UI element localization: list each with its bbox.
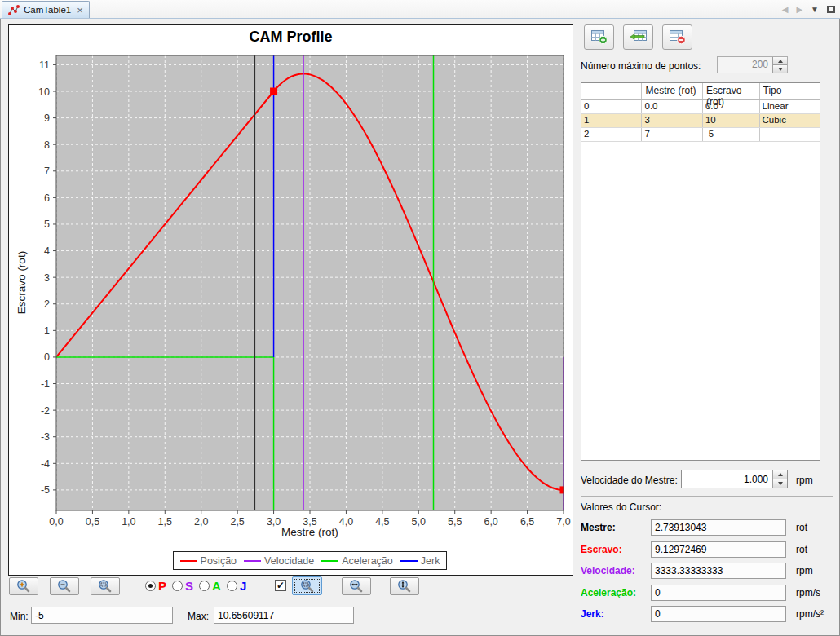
points-table[interactable]: Mestre (rot)Escravo (rot)Tipo 00.00.0Lin… xyxy=(581,82,820,461)
cam-profile-icon xyxy=(8,5,20,15)
max-field[interactable]: 10.65609117 xyxy=(214,607,354,624)
tab-bar: CamTable1 × ◀ ▶ ▼ xyxy=(0,0,840,19)
radio-label: S xyxy=(185,579,193,593)
maximize-window-icon[interactable] xyxy=(827,6,835,13)
tab-camtable1[interactable]: CamTable1 × xyxy=(2,1,90,18)
master-speed-unit: rpm xyxy=(796,475,813,486)
cursor-values-heading: Valores do Cursor: xyxy=(581,501,661,513)
column-header[interactable] xyxy=(581,83,642,99)
table-cell[interactable]: 0.0 xyxy=(642,100,702,113)
radio-button-icon[interactable] xyxy=(145,581,156,591)
curve-radio-p[interactable]: P xyxy=(145,579,166,593)
svg-text:1: 1 xyxy=(44,325,50,337)
table-cell[interactable]: -5 xyxy=(703,128,760,141)
table-row[interactable]: 00.00.0Linear xyxy=(581,100,820,114)
spinner-down-icon[interactable] xyxy=(773,479,787,488)
tab-close-icon[interactable]: × xyxy=(77,6,83,15)
tab-list-dropdown-icon[interactable]: ▼ xyxy=(811,5,819,14)
max-label: Max: xyxy=(188,611,209,622)
table-cell[interactable]: 7 xyxy=(642,128,702,141)
svg-text:4: 4 xyxy=(44,245,50,257)
zoom-region-button[interactable] xyxy=(292,576,322,595)
table-cell[interactable]: 0.0 xyxy=(703,100,760,113)
scroll-tabs-left-icon[interactable]: ◀ xyxy=(782,5,789,14)
svg-text:-3: -3 xyxy=(41,431,50,443)
max-points-value: 200 xyxy=(718,57,772,73)
column-header[interactable]: Tipo xyxy=(760,83,820,99)
add-row-button[interactable] xyxy=(584,24,614,50)
legend-label: Velocidade xyxy=(264,555,314,567)
table-add-row-icon xyxy=(590,29,608,45)
zoom-out-button[interactable] xyxy=(50,577,79,595)
radio-button-icon[interactable] xyxy=(199,581,210,591)
cursor-value-field[interactable]: 3333.33333333 xyxy=(651,563,786,579)
show-cursor-checkbox[interactable]: ✓ xyxy=(275,580,286,591)
section-divider xyxy=(581,496,833,497)
insert-row-button[interactable] xyxy=(623,24,653,50)
chart-legend: PosiçãoVelocidadeAceleraçãoJerk xyxy=(56,551,564,570)
column-header[interactable]: Mestre (rot) xyxy=(642,83,702,99)
radio-label: P xyxy=(158,579,166,593)
spinner-down-icon[interactable] xyxy=(773,65,787,73)
tab-nav-controls: ◀ ▶ ▼ xyxy=(782,2,835,15)
table-delete-row-icon xyxy=(669,29,687,45)
svg-text:9: 9 xyxy=(44,113,50,124)
curve-radio-j[interactable]: J xyxy=(227,579,246,593)
table-cell[interactable]: 1 xyxy=(581,114,642,127)
spinner-up-icon[interactable] xyxy=(773,470,787,479)
zoom-in-button[interactable] xyxy=(9,577,38,595)
master-speed-spinner[interactable]: 1.000 xyxy=(681,470,788,488)
table-cell[interactable]: 2 xyxy=(581,128,642,141)
min-field[interactable]: -5 xyxy=(31,607,173,624)
svg-text:-2: -2 xyxy=(41,405,50,417)
table-cell[interactable] xyxy=(760,128,820,141)
svg-text:5: 5 xyxy=(44,219,50,230)
legend-line-swatch xyxy=(244,560,261,562)
zoom-fit-button[interactable] xyxy=(91,577,120,595)
table-cell[interactable]: 0 xyxy=(581,100,642,113)
scroll-tabs-right-icon[interactable]: ▶ xyxy=(796,5,802,14)
max-points-spinner[interactable]: 200 xyxy=(717,56,788,73)
cursor-value-field[interactable]: 0 xyxy=(651,606,786,622)
cursor-value-row: Aceleração:0rpm/s xyxy=(581,585,833,601)
radio-button-icon[interactable] xyxy=(227,581,237,591)
table-cell[interactable]: Linear xyxy=(760,100,820,113)
points-table-body: 00.00.0Linear1310Cubic27-5 xyxy=(581,100,820,142)
svg-text:6: 6 xyxy=(44,192,50,204)
table-cell[interactable]: 10 xyxy=(703,114,760,127)
table-cell[interactable]: 3 xyxy=(642,114,702,127)
zoom-fit-horizontal-button[interactable] xyxy=(342,577,371,595)
zoom-fit-horizontal-icon xyxy=(349,579,364,594)
zoom-out-icon xyxy=(57,579,72,594)
table-row[interactable]: 27-5 xyxy=(581,128,820,142)
legend-line-swatch xyxy=(180,560,197,562)
svg-text:-4: -4 xyxy=(41,458,50,470)
column-header[interactable]: Escravo (rot) xyxy=(703,83,760,99)
table-row[interactable]: 1310Cubic xyxy=(581,114,820,128)
spinner-up-icon[interactable] xyxy=(773,57,787,65)
table-cell[interactable]: Cubic xyxy=(760,114,820,127)
master-speed-label: Velocidade do Mestre: xyxy=(581,475,678,486)
zoom-fit-vertical-button[interactable] xyxy=(390,577,419,595)
cursor-value-row: Escravo:9.12972469rot xyxy=(581,541,833,558)
curve-radio-s[interactable]: S xyxy=(172,579,193,593)
master-speed-spinner-arrows xyxy=(772,470,787,488)
radio-label: A xyxy=(212,579,221,593)
delete-row-button[interactable] xyxy=(662,24,692,50)
cursor-value-unit: rot xyxy=(796,544,807,555)
legend-item: Velocidade xyxy=(244,555,314,567)
legend-line-swatch xyxy=(400,560,418,562)
svg-text:-5: -5 xyxy=(41,484,50,496)
svg-text:7: 7 xyxy=(44,166,50,177)
cursor-value-field[interactable]: 2.73913043 xyxy=(651,519,786,536)
zoom-fit-icon xyxy=(98,579,113,594)
cam-profile-chart-panel: 0,00,51,01,52,02,53,03,54,04,55,05,56,06… xyxy=(8,24,573,576)
cursor-value-field[interactable]: 0 xyxy=(651,585,786,601)
radio-button-icon[interactable] xyxy=(172,581,183,591)
svg-text:2: 2 xyxy=(44,298,50,310)
cursor-value-field[interactable]: 9.12972469 xyxy=(651,541,786,558)
cam-profile-chart[interactable]: 0,00,51,01,52,02,53,03,54,04,55,05,56,06… xyxy=(9,25,573,575)
curve-radio-a[interactable]: A xyxy=(199,579,221,593)
cursor-value-unit: rpm xyxy=(796,565,813,576)
svg-text:3: 3 xyxy=(44,272,50,284)
